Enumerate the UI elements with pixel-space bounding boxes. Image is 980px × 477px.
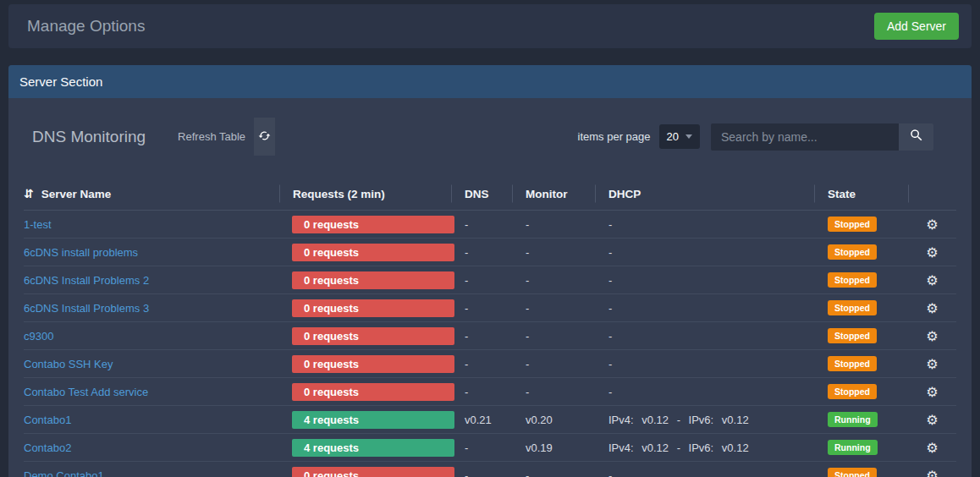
sort-icon[interactable]: ⇵ bbox=[24, 187, 34, 200]
section-title: DNS Monitoring bbox=[32, 128, 146, 146]
gear-icon[interactable]: ⚙ bbox=[926, 328, 938, 344]
requests-badge: 4 requests bbox=[292, 411, 454, 429]
server-name-link[interactable]: 6cDNS Install Problems 3 bbox=[24, 302, 279, 315]
server-name-link[interactable]: Contabo1 bbox=[24, 414, 279, 426]
monitor-cell: - bbox=[512, 274, 595, 287]
dns-cell: - bbox=[451, 218, 512, 231]
table-body: 1-test0 requests---Stopped⚙6cDNS install… bbox=[24, 211, 956, 477]
monitor-cell: - bbox=[512, 358, 595, 370]
requests-cell: 4 requests bbox=[279, 439, 451, 457]
column-label-monitor: Monitor bbox=[526, 188, 568, 200]
state-cell: Stopped bbox=[814, 217, 908, 232]
table-header: ⇵ Server Name Requests (2 min) DNS Monit… bbox=[24, 178, 956, 211]
refresh-button[interactable] bbox=[254, 118, 275, 156]
requests-cell: 0 requests bbox=[279, 299, 451, 317]
requests-badge: 0 requests bbox=[292, 216, 454, 233]
monitor-cell: - bbox=[512, 386, 595, 398]
gear-icon[interactable]: ⚙ bbox=[926, 384, 938, 400]
gear-icon[interactable]: ⚙ bbox=[926, 468, 938, 477]
table-row: 6cDNS Install Problems 30 requests---Sto… bbox=[24, 294, 956, 322]
gear-icon[interactable]: ⚙ bbox=[926, 412, 938, 428]
state-badge: Running bbox=[828, 412, 878, 427]
table-row: Demo Contabo10 requests---Stopped⚙ bbox=[24, 462, 956, 477]
dns-cell: - bbox=[451, 386, 512, 398]
state-cell: Running bbox=[814, 440, 908, 455]
server-name-link[interactable]: Demo Contabo1 bbox=[24, 469, 279, 477]
requests-badge: 0 requests bbox=[292, 244, 454, 261]
state-badge: Stopped bbox=[828, 217, 877, 232]
dhcp-cell: - bbox=[595, 274, 814, 287]
gear-icon[interactable]: ⚙ bbox=[926, 244, 938, 260]
search-icon bbox=[909, 128, 924, 145]
requests-cell: 0 requests bbox=[279, 244, 451, 261]
state-cell: Stopped bbox=[814, 356, 908, 371]
table-row: Contabo14 requestsv0.21v0.20IPv4: v0.12 … bbox=[24, 406, 956, 434]
server-name-link[interactable]: 6cDNS install problems bbox=[24, 246, 279, 259]
requests-badge: 0 requests bbox=[292, 299, 454, 317]
server-name-link[interactable]: Contabo2 bbox=[24, 441, 279, 454]
dhcp-cell: IPv4: v0.12 - IPv6: v0.12 bbox=[595, 414, 814, 426]
column-label-dns: DNS bbox=[465, 188, 489, 200]
requests-badge: 0 requests bbox=[292, 467, 454, 477]
dns-cell: - bbox=[451, 274, 512, 287]
requests-badge: 0 requests bbox=[292, 383, 454, 401]
gear-icon[interactable]: ⚙ bbox=[926, 440, 938, 456]
actions-cell: ⚙ bbox=[908, 272, 956, 288]
state-badge: Stopped bbox=[828, 356, 877, 371]
requests-badge: 4 requests bbox=[292, 439, 454, 457]
table-row: 1-test0 requests---Stopped⚙ bbox=[24, 211, 956, 238]
servers-table: ⇵ Server Name Requests (2 min) DNS Monit… bbox=[24, 178, 956, 477]
items-per-page-value: 20 bbox=[667, 130, 679, 143]
state-badge: Running bbox=[828, 440, 878, 455]
items-per-page-label: items per page bbox=[578, 130, 651, 143]
search-group bbox=[711, 123, 933, 151]
state-badge: Stopped bbox=[828, 300, 877, 315]
state-cell: Stopped bbox=[814, 244, 908, 260]
dns-cell: - bbox=[451, 246, 512, 259]
server-name-link[interactable]: Contabo Test Add service bbox=[24, 386, 279, 398]
requests-badge: 0 requests bbox=[292, 327, 454, 345]
gear-icon[interactable]: ⚙ bbox=[926, 217, 938, 233]
monitor-cell: - bbox=[512, 218, 595, 231]
requests-cell: 0 requests bbox=[279, 271, 451, 289]
column-dhcp: DHCP bbox=[595, 188, 814, 200]
column-label-state: State bbox=[828, 188, 856, 200]
actions-cell: ⚙ bbox=[908, 300, 956, 316]
items-per-page-select[interactable]: 20 bbox=[659, 124, 700, 149]
panel-header: Server Section bbox=[8, 65, 972, 98]
actions-cell: ⚙ bbox=[908, 384, 956, 400]
search-input[interactable] bbox=[711, 123, 899, 151]
actions-cell: ⚙ bbox=[908, 440, 956, 456]
column-monitor: Monitor bbox=[512, 188, 595, 200]
server-name-link[interactable]: c9300 bbox=[24, 330, 279, 343]
server-name-link[interactable]: Contabo SSH Key bbox=[24, 358, 279, 370]
monitor-cell: - bbox=[512, 469, 595, 477]
state-cell: Stopped bbox=[814, 272, 908, 288]
state-badge: Stopped bbox=[828, 328, 877, 343]
server-name-link[interactable]: 1-test bbox=[24, 218, 279, 231]
monitor-cell: v0.19 bbox=[512, 441, 595, 454]
column-requests: Requests (2 min) bbox=[279, 188, 451, 200]
dns-cell: - bbox=[451, 441, 512, 454]
requests-cell: 4 requests bbox=[279, 411, 451, 429]
search-button[interactable] bbox=[899, 123, 933, 151]
state-cell: Stopped bbox=[814, 468, 908, 477]
actions-cell: ⚙ bbox=[908, 244, 956, 260]
gear-icon[interactable]: ⚙ bbox=[926, 272, 938, 288]
state-badge: Stopped bbox=[828, 272, 877, 288]
dhcp-cell: - bbox=[595, 302, 814, 315]
state-cell: Stopped bbox=[814, 328, 908, 343]
add-server-button[interactable]: Add Server bbox=[874, 13, 959, 40]
actions-cell: ⚙ bbox=[908, 412, 956, 428]
table-row: 6cDNS install problems0 requests---Stopp… bbox=[24, 238, 956, 266]
server-name-link[interactable]: 6cDNS Install Problems 2 bbox=[24, 274, 279, 287]
gear-icon[interactable]: ⚙ bbox=[926, 300, 938, 316]
chevron-down-icon bbox=[685, 134, 692, 139]
actions-cell: ⚙ bbox=[908, 217, 956, 233]
table-row: Contabo24 requests-v0.19IPv4: v0.12 - IP… bbox=[24, 434, 956, 462]
column-server-name[interactable]: ⇵ Server Name bbox=[24, 187, 279, 200]
dns-cell: - bbox=[451, 469, 512, 477]
state-cell: Stopped bbox=[814, 384, 908, 399]
state-badge: Stopped bbox=[828, 244, 877, 260]
gear-icon[interactable]: ⚙ bbox=[926, 356, 938, 372]
